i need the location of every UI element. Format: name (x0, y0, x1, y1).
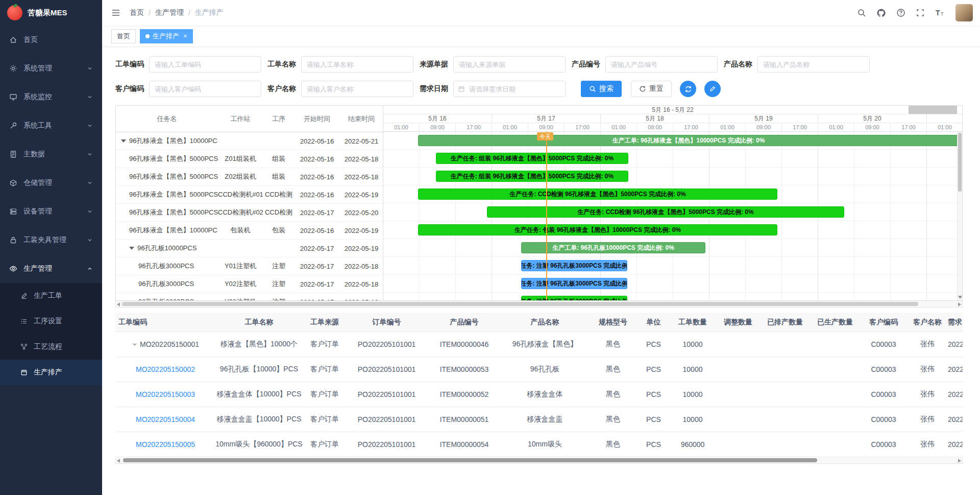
filter-label: 产品名称 (724, 60, 752, 69)
demand-date-input[interactable] (453, 81, 566, 97)
scroll-left-arrow[interactable] (117, 302, 120, 307)
scroll-left-arrow[interactable] (117, 459, 120, 463)
table-row[interactable]: MO202205150005 10mm吸头【960000】PCS 客户订单 PO… (115, 432, 963, 457)
sidebar-item-production[interactable]: 生产管理 (0, 254, 102, 283)
sidebar-item-master-data[interactable]: 主数据 (0, 140, 102, 169)
gantt-col-workstation: 工作站 (218, 114, 263, 124)
tab-home[interactable]: 首页 (111, 29, 136, 43)
table-row[interactable]: MO202205150002 96孔孔板【10000】PCS 客户订单 PO20… (115, 357, 963, 382)
gantt-bar-task-selected[interactable]: 生产任务: 注塑 96孔孔板3000PCS 完成比例: 0% (521, 278, 627, 289)
sidebar-item-production-schedule[interactable]: 生产排产 (0, 360, 102, 385)
table-row[interactable]: MO202205150001 移液盒【黑色】10000个 客户订单 PO2022… (115, 332, 963, 357)
scrollbar-thumb[interactable] (123, 458, 817, 462)
gantt-bar-task[interactable]: 生产任务: CCD检测 96孔移液盒【黑色】5000PCS 完成比例: 0% (418, 188, 777, 200)
scroll-down-arrow[interactable] (958, 296, 962, 299)
search-icon[interactable] (857, 8, 866, 17)
close-icon[interactable]: × (183, 33, 187, 39)
customer-code-input[interactable] (149, 81, 261, 97)
scroll-right-arrow[interactable] (958, 302, 961, 307)
refresh-icon (639, 85, 646, 92)
gantt-vertical-scrollbar[interactable] (957, 132, 962, 300)
gantt-task-row[interactable]: 96孔移液盒【黑色】10000PCS 包装机 包装 2022-05-16 202… (116, 222, 383, 240)
work-order-name-input[interactable] (301, 56, 413, 73)
github-icon[interactable] (876, 8, 886, 18)
gantt-task-row[interactable]: 96孔移液盒【黑色】5000PCS Z02组装机 组装 2022-05-16 2… (116, 168, 383, 186)
gantt-bar-task[interactable]: 生产任务: 组装 96孔移液盒【黑色】5000PCS 完成比例: 0% (436, 153, 628, 164)
chevron-down-icon (87, 208, 93, 215)
source-doc-input[interactable] (453, 56, 566, 73)
scrollbar-thumb[interactable] (122, 302, 918, 306)
scrollbar-thumb[interactable] (958, 133, 962, 192)
gantt-task-row[interactable]: 96孔移液盒【黑色】5000PCS CCD检测机#02 CCD检测 2022-0… (116, 204, 383, 222)
tags-bar: 首页 生产排产 × (102, 26, 980, 47)
work-order-code-input[interactable] (149, 56, 261, 73)
table-horizontal-scrollbar[interactable] (115, 457, 963, 464)
hamburger-icon[interactable] (111, 8, 120, 17)
gear-icon (9, 64, 17, 73)
sidebar-item-system-monitor[interactable]: 系统监控 (0, 83, 102, 111)
sidebar-item-equipment[interactable]: 设备管理 (0, 197, 102, 226)
gantt-bar-workorder[interactable]: 生产工单: 96孔移液盒【黑色】10000PCS 完成比例: 0% (418, 135, 959, 146)
customer-name-input[interactable] (301, 81, 413, 97)
work-order-link[interactable]: MO202205150002 (136, 365, 195, 373)
tab-production-schedule[interactable]: 生产排产 × (140, 29, 193, 43)
sidebar-item-system-management[interactable]: 系统管理 (0, 54, 102, 83)
work-order-link[interactable]: MO202205150001 (140, 340, 199, 348)
gantt-bar-task[interactable]: 生产任务: CCD检测 96孔移液盒【黑色】5000PCS 完成比例: 0% (487, 206, 844, 218)
avatar[interactable] (955, 4, 973, 21)
sidebar-item-home[interactable]: 首页 (0, 26, 102, 54)
gantt-bar-task-selected[interactable]: 生产任务: 注塑 96孔孔板3000PCS 完成比例: 0% (521, 260, 627, 271)
server-icon (9, 207, 17, 216)
filter-source-doc: 来源单据 (420, 56, 566, 73)
collapse-triangle-icon[interactable] (129, 247, 134, 250)
font-size-icon[interactable]: TT (935, 8, 945, 17)
gantt-bar-task[interactable]: 生产任务: 注塑 96孔孔板3000PCS 完成比例: 0% (521, 296, 627, 300)
gantt-task-row[interactable]: 96孔孔板3000PCS Y02注塑机 注塑 2022-05-17 2022-0… (116, 275, 383, 293)
table-row[interactable]: MO202205150004 移液盒盒盖【10000】PCS 客户订单 PO20… (115, 407, 963, 432)
logo-icon (7, 5, 22, 20)
gantt-task-row[interactable]: 96孔孔板10000PCS 2022-05-17 2022-05-19 (116, 240, 383, 257)
sidebar-item-process-settings[interactable]: 工序设置 (0, 309, 102, 334)
collapse-triangle-icon[interactable] (121, 139, 126, 143)
work-order-link[interactable]: MO202205150005 (136, 440, 195, 449)
gantt-task-row[interactable]: 96孔孔板3000PCS Y03注塑机 注塑 2022-05-17 2022-0… (116, 293, 383, 300)
product-name-input[interactable] (757, 56, 870, 73)
gantt-bar-task[interactable]: 生产任务: 组装 96孔移液盒【黑色】5000PCS 完成比例: 0% (436, 171, 628, 182)
sidebar-item-work-order[interactable]: 生产工单 (0, 283, 102, 309)
gantt-bar-workorder[interactable]: 生产工单: 96孔孔板10000PCS 完成比例: 0% (521, 242, 705, 253)
help-icon[interactable] (896, 8, 905, 17)
gantt-task-row[interactable]: 96孔移液盒【黑色】5000PCS Z01组装机 组装 2022-05-16 2… (116, 150, 383, 168)
gantt-horizontal-scrollbar[interactable] (115, 301, 963, 308)
expand-chevron-icon[interactable] (132, 341, 138, 347)
filter-label: 工单编码 (115, 60, 144, 69)
refresh-circle-button[interactable] (680, 81, 696, 97)
breadcrumb-current: 生产排产 (195, 8, 224, 17)
sidebar-item-system-tools[interactable]: 系统工具 (0, 111, 102, 140)
chevron-down-icon (87, 94, 93, 100)
breadcrumb-home[interactable]: 首页 (130, 8, 144, 17)
gantt-range-header: 5月 16 - 5月 22 (383, 106, 962, 114)
sidebar-item-warehouse[interactable]: 仓储管理 (0, 169, 102, 197)
sidebar-item-process-flow[interactable]: 工艺流程 (0, 334, 102, 360)
fullscreen-icon[interactable] (916, 8, 925, 17)
reset-button-label: 重置 (649, 84, 664, 93)
table-row[interactable]: MO202205150003 移液盒盒体【10000】PCS 客户订单 PO20… (115, 382, 963, 407)
search-button[interactable]: 搜索 (581, 81, 622, 97)
logo[interactable]: 苦糖果MES (0, 0, 102, 26)
filter-customer-code: 客户编码 (115, 81, 261, 97)
gantt-bar-task[interactable]: 生产任务: 包装 96孔移液盒【黑色】10000PCS 完成比例: 0% (418, 224, 777, 235)
gantt-task-row[interactable]: 96孔移液盒【黑色】10000PCS 2022-05-16 2022-05-21 (116, 132, 383, 150)
scroll-right-arrow[interactable] (958, 459, 961, 463)
gantt-task-row[interactable]: 96孔移液盒【黑色】5000PCS CCD检测机#01 CCD检测 2022-0… (116, 186, 383, 204)
edit-circle-button[interactable] (704, 81, 721, 97)
gantt-task-row[interactable]: 96孔孔板3000PCS Y01注塑机 注塑 2022-05-17 2022-0… (116, 257, 383, 275)
work-order-link[interactable]: MO202205150004 (136, 415, 195, 423)
reset-button[interactable]: 重置 (631, 81, 672, 97)
chevron-down-icon (87, 151, 93, 157)
gantt-day-label (927, 114, 962, 123)
work-order-link[interactable]: MO202205150003 (136, 390, 195, 398)
product-code-input[interactable] (605, 56, 718, 73)
sidebar-item-fixture[interactable]: 工装夹具管理 (0, 226, 102, 254)
gantt-day-label: 5月 16 (383, 114, 492, 123)
breadcrumb-production[interactable]: 生产管理 (155, 8, 184, 17)
